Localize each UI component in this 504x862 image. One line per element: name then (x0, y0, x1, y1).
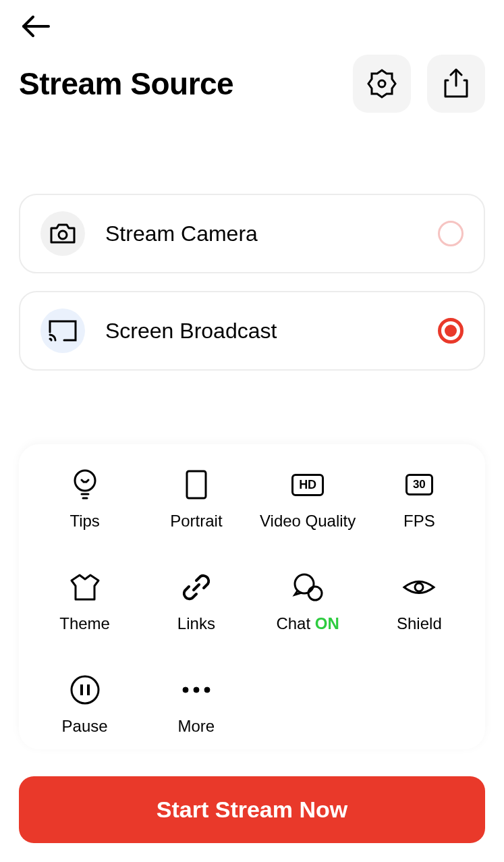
more-icon (181, 686, 211, 693)
shirt-icon (69, 572, 101, 602)
option-label: Theme (59, 614, 110, 633)
svg-point-7 (72, 676, 99, 703)
option-label: Portrait (170, 512, 222, 531)
eye-icon (402, 576, 436, 599)
source-screen-broadcast[interactable]: Screen Broadcast (19, 291, 485, 371)
option-fps[interactable]: 30 FPS (367, 468, 472, 531)
hd-badge: HD (291, 474, 324, 496)
settings-button[interactable] (353, 55, 411, 113)
option-tips[interactable]: Tips (32, 468, 137, 531)
option-label: Links (177, 614, 215, 633)
svg-rect-3 (187, 471, 206, 498)
source-label: Stream Camera (105, 221, 438, 246)
option-shield[interactable]: Shield (367, 571, 472, 633)
pause-icon (69, 674, 101, 705)
fps-badge: 30 (405, 474, 433, 495)
option-chat[interactable]: Chat ON (256, 571, 360, 633)
option-label: Pause (62, 717, 108, 736)
source-label: Screen Broadcast (105, 319, 438, 344)
options-panel: Tips Portrait HD Video Quality 30 (19, 444, 485, 749)
lightbulb-icon (72, 468, 98, 501)
svg-point-10 (183, 687, 188, 693)
gear-icon (366, 68, 397, 99)
option-label: Shield (397, 614, 442, 633)
cast-icon (48, 319, 78, 343)
link-icon (180, 571, 213, 603)
option-label: More (178, 717, 215, 736)
portrait-icon (185, 469, 208, 500)
svg-point-5 (308, 587, 322, 600)
svg-point-4 (295, 574, 314, 593)
source-stream-camera[interactable]: Stream Camera (19, 194, 485, 273)
svg-point-12 (204, 687, 210, 693)
radio-selected[interactable] (438, 318, 464, 344)
option-pause[interactable]: Pause (32, 674, 137, 736)
svg-point-2 (75, 470, 95, 491)
svg-point-0 (379, 80, 385, 87)
option-video-quality[interactable]: HD Video Quality (256, 468, 360, 531)
option-label: Video Quality (260, 512, 356, 531)
option-label: Tips (69, 512, 99, 531)
page-title: Stream Source (19, 65, 233, 102)
option-links[interactable]: Links (144, 571, 248, 633)
share-button[interactable] (427, 55, 485, 113)
svg-point-6 (415, 583, 423, 591)
svg-point-11 (194, 687, 199, 693)
option-theme[interactable]: Theme (32, 571, 137, 633)
chat-icon (291, 572, 325, 603)
start-stream-button[interactable]: Start Stream Now (19, 776, 485, 843)
arrow-left-icon (22, 15, 50, 38)
option-label: FPS (403, 512, 435, 531)
camera-icon (49, 222, 76, 245)
option-more[interactable]: More (144, 674, 248, 736)
share-icon (443, 68, 470, 99)
option-label: Chat ON (276, 614, 339, 633)
svg-point-1 (59, 231, 67, 239)
chat-status: ON (315, 614, 339, 632)
option-portrait[interactable]: Portrait (144, 468, 248, 531)
radio-unselected[interactable] (438, 221, 464, 246)
back-button[interactable] (19, 12, 53, 43)
